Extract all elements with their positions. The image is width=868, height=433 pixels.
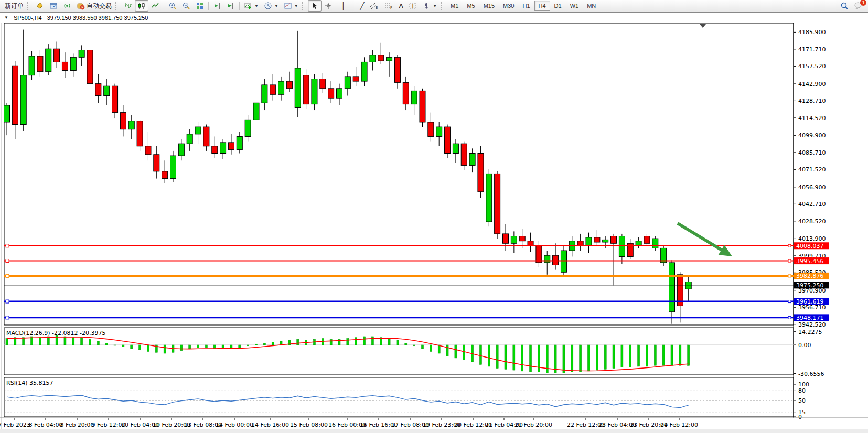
zoom-in-button[interactable] (166, 0, 179, 12)
collapse-icon[interactable]: ▼ (4, 15, 8, 20)
candle (29, 56, 35, 75)
rsi-tick-label: 100 (798, 381, 809, 388)
zoom-in-icon (168, 2, 177, 10)
new-chart-button[interactable] (33, 0, 47, 12)
fibonacci-icon: F (384, 2, 393, 10)
timeframe-M5[interactable]: M5 (463, 1, 479, 11)
zoom-out-button[interactable] (179, 0, 193, 12)
toolbar-separator (239, 2, 240, 10)
signals-button[interactable] (60, 0, 74, 12)
chart-canvas[interactable]: 4185.9004171.7104157.5204142.9004128.710… (0, 23, 868, 433)
notifications-button[interactable]: 1 (851, 0, 866, 12)
candle (195, 127, 201, 134)
chart-svg[interactable]: 4185.9004171.7104157.5204142.9004128.710… (0, 23, 868, 433)
line-handle[interactable] (6, 316, 9, 319)
candle (469, 153, 475, 165)
time-tick-label: 8 Feb 20:00 (60, 421, 94, 428)
candle (4, 105, 10, 122)
line-handle[interactable] (788, 316, 791, 319)
autotrading-icon (77, 2, 85, 10)
line-handle[interactable] (6, 274, 9, 277)
timeframe-bar: M1M5M15M30H1H4D1W1MN (446, 1, 600, 11)
candle (361, 62, 367, 81)
candle (685, 282, 691, 289)
time-tick-label: 15 Feb 08:00 (290, 421, 328, 428)
candle (511, 236, 517, 244)
timeframe-M15[interactable]: M15 (479, 1, 499, 11)
line-handle[interactable] (6, 244, 9, 247)
line-handle[interactable] (6, 300, 9, 303)
candle (203, 127, 209, 146)
candlestick-chart-button[interactable] (135, 0, 148, 12)
time-axis[interactable]: 7 Feb 20238 Feb 04:008 Feb 20:009 Feb 12… (0, 418, 868, 428)
rsi-tick-label: 50 (798, 397, 806, 404)
timeframe-D1[interactable]: D1 (550, 1, 566, 11)
rsi-tick-label: 0 (798, 414, 802, 420)
price-line-label: 3948.171 (796, 315, 824, 321)
timeframe-MN[interactable]: MN (583, 1, 600, 11)
macd-panel[interactable] (4, 328, 794, 375)
text-label-icon: T (409, 2, 417, 10)
candle (154, 155, 159, 171)
candle (104, 86, 110, 95)
auto-scroll-button[interactable] (210, 0, 224, 12)
line-chart-button[interactable] (148, 0, 162, 12)
candle (669, 263, 675, 312)
market-watch-button[interactable] (47, 0, 60, 12)
dropdown-caret-icon: ▼ (274, 4, 278, 8)
candle (603, 240, 608, 242)
crosshair-button[interactable] (322, 0, 335, 12)
timeframe-M1[interactable]: M1 (446, 1, 463, 11)
line-handle[interactable] (788, 259, 791, 262)
line-handle[interactable] (788, 275, 791, 277)
trendline-button[interactable]: ╱ (357, 0, 367, 12)
timeframe-H1[interactable]: H1 (518, 1, 534, 11)
candle (486, 174, 492, 222)
timeframe-W1[interactable]: W1 (566, 1, 583, 11)
time-tick-label: 21 Feb 20:00 (515, 421, 552, 428)
equidistant-channel-icon: E (369, 2, 379, 10)
tile-windows-button[interactable] (193, 0, 207, 12)
line-handle[interactable] (788, 244, 791, 247)
chat-bubble-icon: 1 (854, 2, 863, 10)
candle (20, 75, 26, 125)
text-button[interactable]: A (396, 0, 406, 12)
autotrading-label: 自动交易 (87, 2, 112, 10)
rsi-panel[interactable] (4, 377, 794, 417)
candle (445, 127, 451, 153)
candle (270, 85, 276, 94)
candle (528, 241, 533, 246)
fibonacci-button[interactable]: F (381, 0, 396, 12)
line-handle[interactable] (6, 259, 9, 263)
price-tick-label: 4099.900 (798, 132, 826, 139)
candle (187, 134, 192, 144)
line-handle[interactable] (788, 300, 791, 303)
indicators-button[interactable]: ▼ (241, 0, 261, 12)
candle (461, 144, 467, 165)
horizontal-line-button[interactable]: ─ (348, 0, 358, 12)
candle (577, 241, 583, 246)
search-button[interactable] (838, 0, 851, 12)
arrows-button[interactable]: ▼ (420, 0, 440, 12)
bars-chart-button[interactable] (121, 0, 135, 12)
price-tick-label: 4013.900 (798, 235, 826, 242)
periods-button[interactable]: ▼ (261, 0, 281, 12)
timeframe-M30[interactable]: M30 (499, 1, 518, 11)
templates-button[interactable]: ▼ (281, 0, 301, 12)
cursor-button[interactable] (308, 0, 322, 12)
new-order-button[interactable]: 新订单 (2, 0, 26, 12)
candle (519, 236, 525, 241)
chart-shift-button[interactable] (224, 0, 238, 12)
text-label-button[interactable]: T (406, 0, 420, 12)
toolbar-grip (441, 2, 444, 10)
candle (420, 91, 425, 122)
candle (394, 57, 400, 82)
equidistant-channel-button[interactable]: E (367, 0, 381, 12)
dropdown-caret-icon: ▼ (294, 4, 298, 8)
price-tick-label: 4142.900 (798, 81, 826, 88)
toolbar-grip (115, 2, 119, 10)
candle (54, 49, 60, 62)
timeframe-H4[interactable]: H4 (534, 1, 550, 11)
vertical-line-button[interactable]: │ (339, 0, 348, 12)
autotrading-button[interactable]: 自动交易 (74, 0, 114, 12)
